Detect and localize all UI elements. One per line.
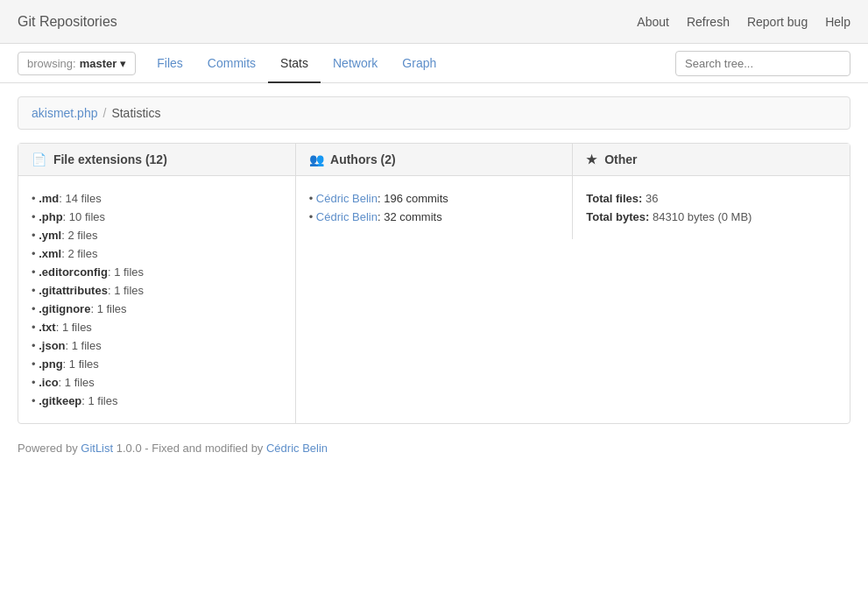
authors-list: Cédric Belin: 196 commits Cédric Belin: … [309,189,560,226]
list-item: Cédric Belin: 196 commits [309,189,560,208]
list-item: .gitignore: 1 files [32,300,282,318]
tab-files[interactable]: Files [145,44,195,83]
header-nav: About Refresh Report bug Help [637,15,850,29]
list-item: .editorconfig: 1 files [32,263,282,281]
authors-icon: 👥 [309,152,324,166]
list-item: .yml: 2 files [32,226,282,244]
list-item: .md: 14 files [32,189,282,208]
list-item: .ico: 1 files [32,373,282,392]
tabs-bar: browsing: master ▾ Files Commits Stats N… [0,44,868,83]
list-item: .txt: 1 files [32,318,282,336]
footer: Powered by GitList 1.0.0 - Fixed and mod… [18,442,850,455]
tabs-left: browsing: master ▾ Files Commits Stats N… [18,44,448,83]
footer-version: 1.0.0 - Fixed and modified by [113,442,266,455]
file-icon: 📄 [32,152,46,166]
tab-graph[interactable]: Graph [390,44,448,83]
list-item: .json: 1 files [32,336,282,355]
dropdown-arrow-icon: ▾ [120,57,126,70]
breadcrumb-link[interactable]: akismet.php [32,106,97,120]
other-col: Total files: 36 Total bytes: 84310 bytes… [573,176,850,239]
branch-prefix: browsing: [27,57,76,70]
list-item: .xml: 2 files [32,244,282,263]
stats-header-row: 📄 File extensions (12) 👥 Authors (2) ★ O… [18,144,850,176]
file-extensions-col: .md: 14 files .php: 10 files .yml: 2 fil… [18,176,296,423]
help-link[interactable]: Help [825,15,850,29]
list-item: .png: 1 files [32,355,282,373]
list-item: .php: 10 files [32,208,282,226]
header: Git Repositories About Refresh Report bu… [0,0,868,44]
file-extensions-header: 📄 File extensions (12) [18,144,296,175]
file-ext-list: .md: 14 files .php: 10 files .yml: 2 fil… [32,189,282,410]
star-icon: ★ [586,152,597,166]
authors-header: 👥 Authors (2) [296,144,574,175]
author-link[interactable]: Cédric Belin [266,442,328,455]
footer-powered-by: Powered by [18,442,81,455]
list-item: Cédric Belin: 32 commits [309,208,560,226]
list-item: .gitattributes: 1 files [32,281,282,300]
breadcrumb-current: Statistics [111,106,160,120]
list-item: .gitkeep: 1 files [32,392,282,410]
branch-name: master [80,57,117,70]
stats-container: 📄 File extensions (12) 👥 Authors (2) ★ O… [18,143,850,424]
about-link[interactable]: About [637,15,669,29]
author-link-1[interactable]: Cédric Belin [316,210,378,223]
breadcrumb-separator: / [102,106,106,120]
gitlist-link[interactable]: GitList [81,442,113,455]
stats-body-row: .md: 14 files .php: 10 files .yml: 2 fil… [18,176,850,423]
tab-stats[interactable]: Stats [268,44,321,83]
report-bug-link[interactable]: Report bug [747,15,808,29]
breadcrumb: akismet.php / Statistics [18,96,850,130]
branch-dropdown[interactable]: browsing: master ▾ [18,52,136,75]
search-input[interactable] [675,51,850,76]
tab-network[interactable]: Network [321,44,390,83]
total-bytes-stat: Total bytes: 84310 bytes (0 MB) [586,208,836,226]
app-title: Git Repositories [18,14,117,30]
total-files-stat: Total files: 36 [586,189,836,208]
refresh-link[interactable]: Refresh [687,15,730,29]
other-header: ★ Other [573,144,850,175]
tab-commits[interactable]: Commits [195,44,268,83]
authors-col: Cédric Belin: 196 commits Cédric Belin: … [296,176,574,239]
author-link-0[interactable]: Cédric Belin [316,192,378,205]
